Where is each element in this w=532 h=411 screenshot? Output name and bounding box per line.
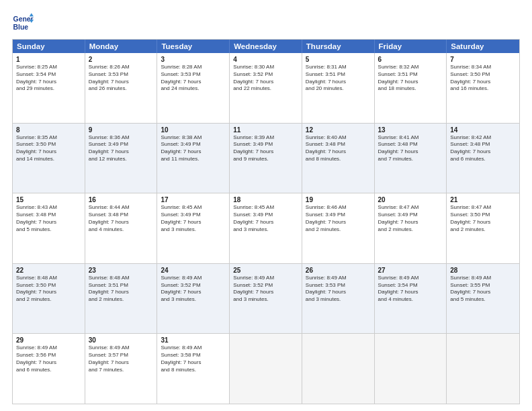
day-number: 4 [233, 56, 298, 63]
header-day-thursday: Thursday [302, 40, 375, 53]
day-number: 12 [306, 126, 371, 134]
cell-info-line: Sunrise: 8:49 AM [378, 275, 443, 282]
calendar-row: 29Sunrise: 8:49 AMSunset: 3:56 PMDayligh… [13, 334, 519, 404]
cell-info-line: Sunrise: 8:43 AM [16, 204, 81, 212]
cell-info-line: Sunset: 3:51 PM [89, 282, 154, 289]
calendar-cell-30: 30Sunrise: 8:49 AMSunset: 3:57 PMDayligh… [85, 334, 158, 404]
day-number: 2 [89, 56, 154, 63]
calendar-cell-31: 31Sunrise: 8:49 AMSunset: 3:58 PMDayligh… [157, 334, 230, 404]
cell-info-line: and 14 minutes. [16, 156, 81, 163]
header: General Blue [12, 12, 520, 34]
cell-info-line: Daylight: 7 hours [233, 148, 298, 156]
cell-info-line: Sunrise: 8:47 AM [378, 204, 443, 212]
logo: General Blue [12, 12, 34, 34]
day-number: 30 [89, 336, 154, 344]
cell-info-line: Daylight: 7 hours [16, 219, 81, 226]
cell-info-line: Sunrise: 8:49 AM [161, 275, 226, 282]
header-day-friday: Friday [375, 40, 447, 53]
cell-info-line: and 5 minutes. [16, 226, 81, 234]
day-number: 29 [16, 336, 81, 344]
cell-info-line: Sunrise: 8:49 AM [161, 345, 226, 352]
cell-info-line: Daylight: 7 hours [89, 79, 154, 86]
cell-info-line: Sunset: 3:50 PM [16, 282, 81, 289]
page: General Blue SundayMondayTuesdayWednesda… [0, 0, 532, 411]
cell-info-line: Sunset: 3:49 PM [161, 141, 226, 148]
cell-info-line: Sunrise: 8:40 AM [306, 134, 371, 142]
cell-info-line: Daylight: 7 hours [450, 219, 516, 226]
day-number: 6 [378, 56, 443, 63]
cell-info-line: Sunrise: 8:42 AM [450, 134, 516, 142]
cell-info-line: Sunrise: 8:31 AM [306, 64, 371, 71]
cell-info-line: Daylight: 7 hours [306, 219, 371, 226]
cell-info-line: Sunrise: 8:49 AM [89, 345, 154, 352]
calendar-row: 1Sunrise: 8:25 AMSunset: 3:54 PMDaylight… [13, 53, 519, 124]
cell-info-line: Daylight: 7 hours [16, 79, 81, 86]
cell-info-line: Sunrise: 8:26 AM [89, 64, 154, 71]
cell-info-line: Sunset: 3:58 PM [161, 352, 226, 359]
cell-info-line: Sunrise: 8:28 AM [161, 64, 226, 71]
day-number: 7 [450, 56, 516, 63]
cell-info-line: Sunset: 3:48 PM [450, 141, 516, 148]
day-number: 24 [161, 267, 226, 274]
header-day-wednesday: Wednesday [230, 40, 302, 53]
calendar-cell-12: 12Sunrise: 8:40 AMSunset: 3:48 PMDayligh… [302, 124, 375, 193]
cell-info-line: Sunrise: 8:47 AM [450, 204, 516, 212]
cell-info-line: and 9 minutes. [233, 156, 298, 163]
cell-info-line: Sunset: 3:49 PM [161, 212, 226, 219]
cell-info-line: Sunset: 3:51 PM [378, 71, 443, 79]
calendar-cell-3: 3Sunrise: 8:28 AMSunset: 3:53 PMDaylight… [157, 53, 230, 123]
cell-info-line: Sunset: 3:53 PM [161, 71, 226, 79]
cell-info-line: Sunset: 3:53 PM [89, 71, 154, 79]
svg-marker-2 [30, 13, 34, 17]
day-number: 26 [306, 267, 371, 274]
cell-info-line: Daylight: 7 hours [89, 289, 154, 296]
cell-info-line: Sunset: 3:49 PM [233, 141, 298, 148]
header-day-sunday: Sunday [13, 40, 85, 53]
day-number: 9 [89, 126, 154, 134]
cell-info-line: Daylight: 7 hours [378, 79, 443, 86]
cell-info-line: and 3 minutes. [306, 296, 371, 304]
cell-info-line: Sunset: 3:54 PM [378, 282, 443, 289]
day-number: 21 [450, 196, 516, 203]
cell-info-line: Sunset: 3:54 PM [16, 71, 81, 79]
calendar-cell-17: 17Sunrise: 8:45 AMSunset: 3:49 PMDayligh… [157, 193, 230, 263]
cell-info-line: Daylight: 7 hours [16, 289, 81, 296]
cell-info-line: Daylight: 7 hours [233, 79, 298, 86]
calendar-cell-13: 13Sunrise: 8:41 AMSunset: 3:48 PMDayligh… [375, 124, 447, 193]
cell-info-line: and 16 minutes. [450, 85, 516, 93]
cell-info-line: Daylight: 7 hours [161, 219, 226, 226]
cell-info-line: Sunset: 3:55 PM [450, 282, 516, 289]
cell-info-line: Sunrise: 8:30 AM [233, 64, 298, 71]
calendar: SundayMondayTuesdayWednesdayThursdayFrid… [12, 39, 520, 404]
cell-info-line: and 3 minutes. [161, 226, 226, 234]
cell-info-line: Daylight: 7 hours [378, 148, 443, 156]
calendar-cell-25: 25Sunrise: 8:49 AMSunset: 3:52 PMDayligh… [230, 264, 302, 334]
cell-info-line: Daylight: 7 hours [450, 79, 516, 86]
cell-info-line: Sunrise: 8:25 AM [16, 64, 81, 71]
cell-info-line: and 4 minutes. [89, 226, 154, 234]
calendar-cell-23: 23Sunrise: 8:48 AMSunset: 3:51 PMDayligh… [85, 264, 158, 334]
empty-cell [230, 334, 302, 404]
day-number: 20 [378, 196, 443, 203]
cell-info-line: Sunrise: 8:39 AM [233, 134, 298, 142]
calendar-cell-1: 1Sunrise: 8:25 AMSunset: 3:54 PMDaylight… [13, 53, 85, 123]
calendar-cell-29: 29Sunrise: 8:49 AMSunset: 3:56 PMDayligh… [13, 334, 85, 404]
empty-cell [375, 334, 447, 404]
cell-info-line: Sunset: 3:50 PM [450, 71, 516, 79]
cell-info-line: Daylight: 7 hours [450, 289, 516, 296]
cell-info-line: Sunset: 3:49 PM [233, 212, 298, 219]
cell-info-line: and 26 minutes. [89, 85, 154, 93]
calendar-cell-4: 4Sunrise: 8:30 AMSunset: 3:52 PMDaylight… [230, 53, 302, 123]
empty-cell [447, 334, 519, 404]
day-number: 13 [378, 126, 443, 134]
cell-info-line: Sunset: 3:56 PM [16, 352, 81, 359]
cell-info-line: Daylight: 7 hours [89, 219, 154, 226]
empty-cell [302, 334, 375, 404]
svg-text:General: General [13, 15, 34, 23]
calendar-cell-28: 28Sunrise: 8:49 AMSunset: 3:55 PMDayligh… [447, 264, 519, 334]
cell-info-line: Sunset: 3:52 PM [161, 282, 226, 289]
cell-info-line: and 3 minutes. [233, 296, 298, 304]
cell-info-line: Daylight: 7 hours [378, 219, 443, 226]
calendar-cell-7: 7Sunrise: 8:34 AMSunset: 3:50 PMDaylight… [447, 53, 519, 123]
cell-info-line: Daylight: 7 hours [161, 148, 226, 156]
